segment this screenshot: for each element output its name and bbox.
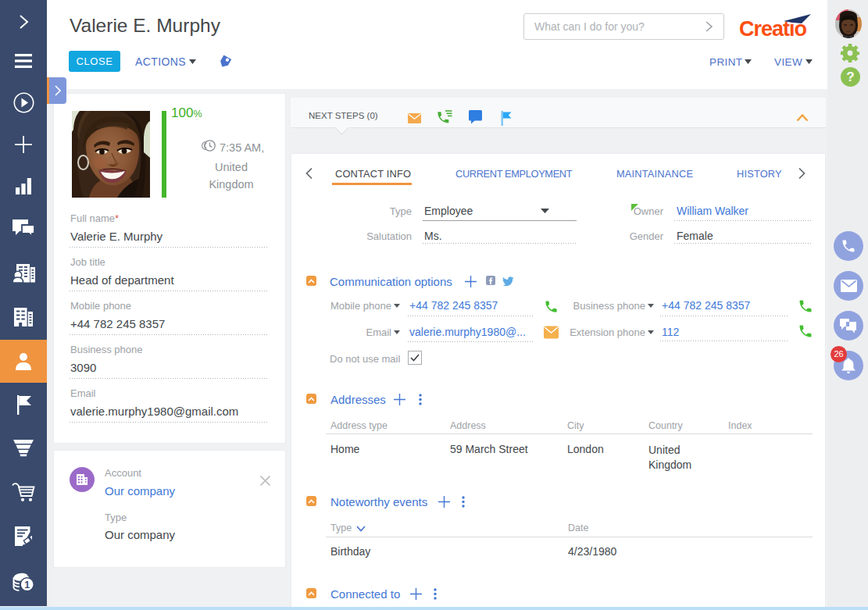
- svg-text:1: 1: [24, 580, 30, 590]
